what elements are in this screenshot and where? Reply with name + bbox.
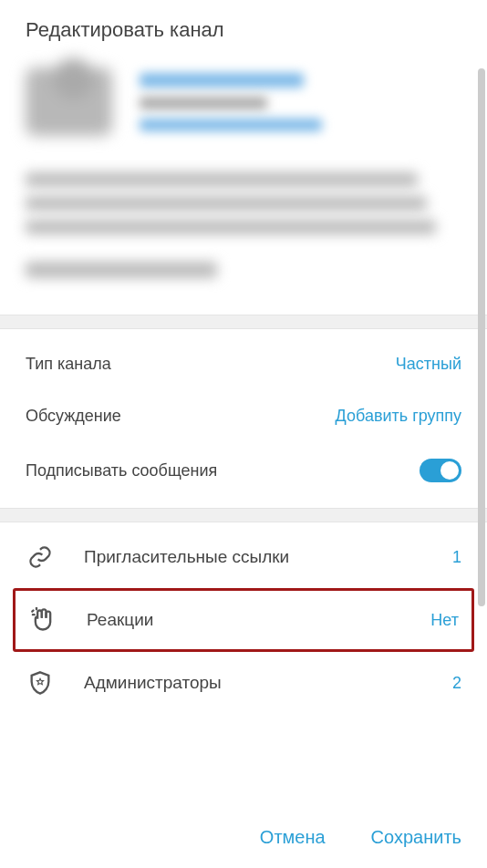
blurred-line [26, 172, 418, 187]
dialog-footer: Отмена Сохранить [0, 807, 487, 868]
blurred-line [140, 97, 267, 109]
discussion-row[interactable]: Обсуждение Добавить группу [26, 390, 461, 442]
settings-section: Тип канала Частный Обсуждение Добавить г… [0, 329, 487, 508]
administrators-item[interactable]: Администраторы 2 [13, 654, 474, 712]
channel-info-blurred [0, 58, 487, 315]
scrollbar[interactable] [478, 68, 485, 606]
blurred-line [140, 119, 322, 131]
sign-messages-label: Подписывать сообщения [26, 461, 217, 480]
channel-type-row[interactable]: Тип канала Частный [26, 338, 461, 390]
channel-avatar-placeholder [26, 67, 112, 136]
reactions-item[interactable]: Реакции Нет [13, 588, 474, 652]
shield-star-icon [26, 668, 55, 698]
cancel-button[interactable]: Отмена [260, 827, 326, 848]
invite-links-item[interactable]: Пригласительные ссылки 1 [13, 528, 474, 586]
administrators-value: 2 [452, 674, 461, 693]
administrators-label: Администраторы [84, 673, 452, 693]
channel-type-value: Частный [396, 355, 461, 374]
management-section: Пригласительные ссылки 1 Реакции Нет Адм… [0, 522, 487, 718]
invite-links-value: 1 [452, 548, 461, 567]
reactions-value: Нет [430, 611, 459, 630]
channel-type-label: Тип канала [26, 355, 111, 374]
discussion-label: Обсуждение [26, 407, 121, 426]
link-icon [26, 542, 55, 572]
sign-messages-toggle[interactable] [420, 459, 461, 482]
blurred-line [26, 220, 436, 234]
invite-links-label: Пригласительные ссылки [84, 547, 452, 567]
blurred-line [26, 196, 427, 211]
save-button[interactable]: Сохранить [371, 827, 461, 848]
reactions-label: Реакции [87, 610, 430, 630]
blurred-line [26, 262, 217, 278]
sign-messages-row: Подписывать сообщения [26, 442, 461, 499]
section-divider [0, 508, 487, 522]
section-divider [0, 315, 487, 329]
blurred-line [140, 73, 304, 88]
discussion-value: Добавить группу [336, 407, 461, 426]
hand-wave-icon [28, 605, 57, 635]
dialog-title: Редактировать канал [0, 0, 487, 58]
